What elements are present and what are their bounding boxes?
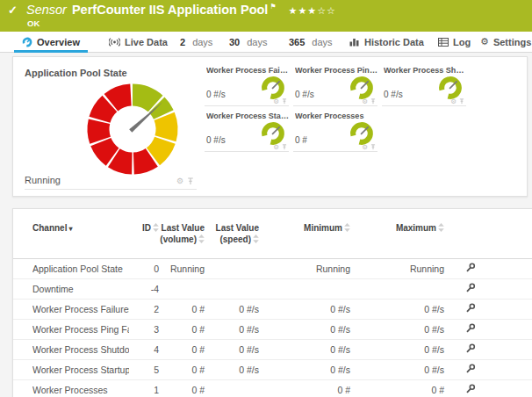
wrench-icon bbox=[465, 283, 476, 293]
last-value-speed: 0 #/s bbox=[205, 324, 259, 335]
status-badge: OK bbox=[27, 18, 40, 28]
divider bbox=[25, 189, 197, 190]
mini-gauge-title: Worker Process Failures bbox=[206, 66, 289, 75]
pin-icon[interactable] bbox=[370, 144, 376, 150]
channel-id: 1 bbox=[129, 385, 159, 395]
tab-bar: Overview Live Data 2days 30days 365days … bbox=[0, 32, 532, 53]
channel-settings-button[interactable] bbox=[465, 323, 476, 334]
channel-name: Worker Process Failures bbox=[32, 304, 129, 314]
channel-actions-cell bbox=[444, 263, 497, 275]
table-row[interactable]: Worker Process Shutdo...40 #0 #/s0 #/s0 … bbox=[13, 340, 532, 360]
gear-icon[interactable]: ⚙ bbox=[176, 177, 183, 185]
main-gauge-value: Running bbox=[25, 175, 61, 185]
tab-log[interactable]: Log bbox=[438, 32, 471, 52]
last-value-speed: 0 #/s bbox=[205, 304, 259, 314]
channel-actions-cell bbox=[444, 303, 497, 315]
table-row[interactable]: Worker Process Startup...50 #0 #/s0 #/s0… bbox=[13, 360, 532, 380]
tab-live-data[interactable]: Live Data bbox=[109, 32, 168, 52]
gear-icon[interactable]: ⚙ bbox=[273, 98, 279, 105]
table-body: Application Pool State0RunningRunningRun… bbox=[13, 259, 532, 397]
tab-overview[interactable]: Overview bbox=[14, 32, 88, 52]
pin-icon[interactable] bbox=[370, 98, 376, 105]
tab-365-days[interactable]: 365days bbox=[289, 32, 333, 52]
channel-settings-button[interactable] bbox=[465, 384, 476, 394]
tab-2-days[interactable]: 2days bbox=[180, 32, 212, 52]
channel-settings-button[interactable] bbox=[465, 303, 476, 314]
maximum-value: 0 # bbox=[350, 385, 444, 395]
wrench-icon bbox=[465, 364, 476, 374]
channel-settings-button[interactable] bbox=[465, 283, 476, 293]
minimum-value: 0 #/s bbox=[259, 324, 350, 335]
last-value-speed: 0 #/s bbox=[205, 365, 259, 375]
pin-icon[interactable] bbox=[282, 98, 287, 105]
channel-id: 5 bbox=[129, 365, 159, 375]
column-header-id[interactable]: ID bbox=[129, 222, 159, 234]
last-value-volume: 0 # bbox=[159, 344, 205, 355]
table-row[interactable]: Application Pool State0RunningRunningRun… bbox=[13, 259, 532, 279]
overview-gauge-icon bbox=[22, 37, 32, 47]
gear-icon[interactable]: ⚙ bbox=[273, 144, 279, 151]
channel-name: Worker Processes bbox=[32, 385, 129, 395]
channel-settings-button[interactable] bbox=[465, 343, 476, 354]
tab-30-days[interactable]: 30days bbox=[229, 32, 268, 52]
column-header-channel[interactable]: Channel▾ bbox=[32, 222, 129, 234]
minimum-value: Running bbox=[259, 263, 350, 274]
mini-gauge-title: Worker Process Ping Failures bbox=[295, 66, 377, 75]
object-kind-label: Sensor bbox=[26, 3, 67, 17]
mini-gauge-panel: Worker Process Shutdown Fa...0 #/s⚙ bbox=[382, 66, 466, 106]
column-header-maximum[interactable]: Maximum bbox=[350, 222, 444, 234]
mini-gauge-panel: Worker Process Ping Failures0 #/s⚙ bbox=[293, 66, 377, 106]
pin-icon[interactable] bbox=[282, 144, 287, 150]
channels-table-panel: Channel▾ ID Last Value (volume) Last Val… bbox=[12, 208, 532, 397]
tab-historic-data[interactable]: Historic Data bbox=[349, 32, 424, 52]
mini-gauge-panel: Worker Processes0 #⚙ bbox=[293, 112, 377, 152]
channel-name: Worker Process Ping Fa... bbox=[32, 324, 129, 335]
channel-id: -4 bbox=[129, 284, 159, 294]
column-header-last-value-volume[interactable]: Last Value (volume) bbox=[159, 222, 205, 245]
pin-icon[interactable] bbox=[187, 177, 194, 185]
last-value-volume: Running bbox=[159, 263, 205, 274]
maximum-value: Running bbox=[350, 263, 444, 274]
channel-actions-cell bbox=[444, 384, 497, 396]
pin-icon[interactable] bbox=[459, 98, 464, 105]
flag-icon: ⚑ bbox=[270, 3, 276, 11]
maximum-value: 0 #/s bbox=[350, 304, 444, 314]
gear-icon[interactable]: ⚙ bbox=[362, 98, 368, 105]
sort-icon bbox=[198, 235, 205, 243]
channel-id: 3 bbox=[129, 324, 159, 335]
live-data-icon bbox=[109, 38, 120, 47]
main-gauge bbox=[84, 81, 181, 177]
table-row[interactable]: Worker Process Failures20 #0 #/s0 #/s0 #… bbox=[13, 300, 532, 320]
column-header-last-value-speed[interactable]: Last Value (speed) bbox=[205, 222, 259, 245]
sensor-name: PerfCounter IIS Application Pool bbox=[72, 3, 268, 17]
mini-gauge-title: Worker Processes bbox=[295, 112, 377, 120]
log-table-icon bbox=[438, 38, 449, 47]
gear-icon[interactable]: ⚙ bbox=[362, 144, 368, 151]
status-check-icon: ✓ bbox=[8, 4, 18, 17]
mini-gauge-footer-icons: ⚙ bbox=[450, 98, 464, 105]
column-header-minimum[interactable]: Minimum bbox=[259, 222, 350, 234]
channel-settings-button[interactable] bbox=[465, 364, 476, 374]
minimum-value: 0 # bbox=[259, 385, 350, 395]
mini-gauge-value: 0 #/s bbox=[206, 90, 226, 99]
gear-icon[interactable]: ⚙ bbox=[450, 98, 457, 105]
mini-gauge-value: 0 # bbox=[295, 135, 307, 145]
sort-icon bbox=[438, 223, 444, 232]
mini-gauge-footer-icons: ⚙ bbox=[273, 98, 287, 105]
priority-stars[interactable]: ★★★☆☆ bbox=[289, 5, 336, 16]
tab-settings[interactable]: ⚙ Settings bbox=[480, 32, 531, 52]
wrench-icon bbox=[465, 303, 476, 314]
table-row[interactable]: Downtime-4 bbox=[13, 279, 532, 300]
channel-settings-button[interactable] bbox=[465, 263, 476, 273]
table-row[interactable]: Worker Processes10 #0 #0 # bbox=[13, 380, 532, 397]
main-gauge-title: Application Pool State bbox=[25, 68, 127, 78]
channel-id: 4 bbox=[129, 344, 159, 355]
channel-id: 2 bbox=[129, 304, 159, 314]
maximum-value: 0 #/s bbox=[350, 365, 444, 375]
mini-gauge-value: 0 #/s bbox=[206, 135, 226, 145]
last-value-volume: 0 # bbox=[159, 324, 205, 335]
gear-icon: ⚙ bbox=[480, 36, 489, 47]
channel-actions-cell bbox=[444, 343, 497, 356]
table-row[interactable]: Worker Process Ping Fa...30 #0 #/s0 #/s0… bbox=[13, 320, 532, 340]
channel-actions-cell bbox=[444, 283, 497, 295]
